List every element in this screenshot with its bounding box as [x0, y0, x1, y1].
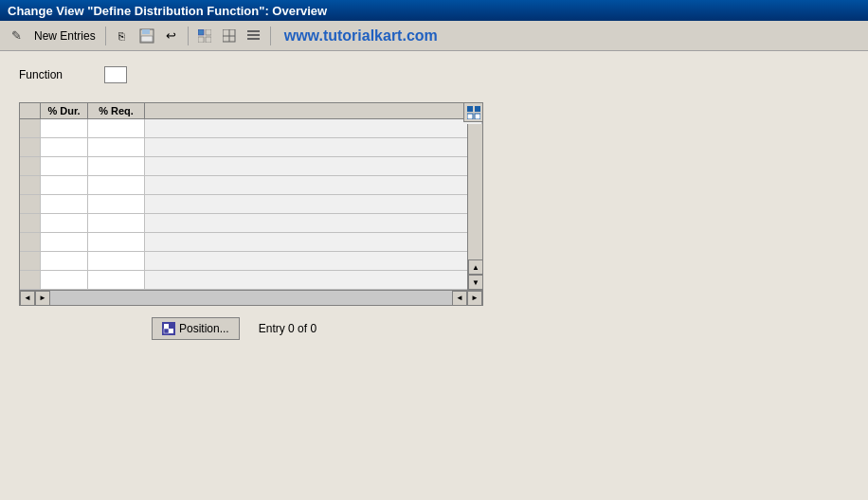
- scroll-track-vertical: [468, 124, 482, 259]
- table-config-icon[interactable]: [463, 103, 482, 122]
- svg-rect-4: [206, 29, 211, 35]
- row-cell-rest: [145, 271, 482, 289]
- row-cell-req[interactable]: [88, 233, 145, 251]
- row-selector[interactable]: [20, 157, 41, 175]
- row-selector[interactable]: [20, 138, 41, 156]
- row-selector[interactable]: [20, 176, 41, 194]
- main-content: Function % Dur. % Req.: [0, 51, 868, 500]
- save-icon: [139, 28, 154, 44]
- scroll-right-end-btn[interactable]: ►: [467, 291, 482, 306]
- data-table: % Dur. % Req.: [19, 102, 483, 306]
- scroll-left-btn[interactable]: ◄: [20, 291, 35, 306]
- new-entries-label: New Entries: [34, 29, 96, 43]
- row-cell-req[interactable]: [88, 214, 145, 232]
- row-cell-rest: [145, 195, 482, 213]
- function-input[interactable]: [104, 66, 127, 83]
- column-header-rest: [145, 103, 482, 118]
- svg-rect-3: [198, 29, 204, 35]
- watermark-text: www.tutorialkart.com: [284, 27, 438, 45]
- row-cell-dur[interactable]: [41, 157, 88, 175]
- row-cell-dur[interactable]: [41, 271, 88, 289]
- position-button-label: Position...: [179, 322, 229, 335]
- row-cell-dur[interactable]: [41, 176, 88, 194]
- row-selector[interactable]: [20, 195, 41, 213]
- row-cell-dur[interactable]: [41, 233, 88, 251]
- row-cell-req[interactable]: [88, 176, 145, 194]
- scroll-down-btn[interactable]: ▼: [468, 275, 483, 290]
- table-row: [20, 176, 482, 195]
- column-header-dur: % Dur.: [41, 103, 88, 118]
- grid1-icon: [198, 29, 211, 43]
- row-selector[interactable]: [20, 119, 41, 137]
- svg-rect-14: [475, 106, 480, 112]
- row-cell-req[interactable]: [88, 271, 145, 289]
- position-button[interactable]: Position...: [152, 317, 240, 340]
- svg-rect-20: [164, 329, 169, 333]
- svg-rect-13: [467, 106, 473, 112]
- toolbar-separator-2: [188, 27, 189, 45]
- scroll-track-horizontal: [50, 291, 452, 305]
- row-cell-rest: [145, 138, 482, 156]
- row-cell-req[interactable]: [88, 195, 145, 213]
- table-row: [20, 252, 482, 271]
- svg-rect-10: [247, 30, 260, 32]
- row-selector[interactable]: [20, 252, 41, 270]
- svg-rect-11: [247, 34, 260, 36]
- table-header: % Dur. % Req.: [20, 103, 482, 119]
- toolbar-grid2-btn[interactable]: [219, 26, 240, 46]
- new-entries-button[interactable]: New Entries: [30, 27, 99, 45]
- title-text: Change View "Define Distribution Functio…: [8, 4, 327, 18]
- table-row: [20, 195, 482, 214]
- toolbar-grid3-btn[interactable]: [244, 26, 264, 46]
- svg-rect-18: [164, 324, 169, 329]
- column-header-req: % Req.: [88, 103, 145, 118]
- row-cell-req[interactable]: [88, 119, 145, 137]
- bottom-bar: Position... Entry 0 of 0: [152, 317, 849, 340]
- scroll-left-end-btn[interactable]: ◄: [452, 291, 467, 306]
- row-cell-rest: [145, 214, 482, 232]
- row-cell-dur[interactable]: [41, 119, 88, 137]
- grid2-icon: [223, 29, 236, 43]
- title-bar: Change View "Define Distribution Functio…: [0, 0, 868, 21]
- svg-rect-6: [206, 37, 211, 43]
- vertical-scrollbar[interactable]: ▲ ▼: [467, 124, 482, 290]
- toolbar-undo-btn[interactable]: ↩: [161, 26, 182, 46]
- table-row: [20, 119, 482, 138]
- toolbar-separator-1: [105, 27, 106, 45]
- function-label: Function: [19, 68, 95, 81]
- row-selector[interactable]: [20, 214, 41, 232]
- scroll-up-btn[interactable]: ▲: [468, 259, 483, 275]
- row-selector[interactable]: [20, 233, 41, 251]
- svg-rect-1: [142, 29, 150, 34]
- svg-rect-15: [467, 114, 473, 119]
- toolbar-icon-edit[interactable]: ✎: [6, 26, 27, 46]
- scroll-right-btn-inner[interactable]: ►: [35, 291, 50, 306]
- row-cell-rest: [145, 176, 482, 194]
- row-cell-rest: [145, 233, 482, 251]
- horizontal-scrollbar[interactable]: ◄ ► ◄ ►: [20, 290, 482, 305]
- svg-rect-16: [475, 114, 480, 119]
- row-cell-dur[interactable]: [41, 214, 88, 232]
- row-cell-dur[interactable]: [41, 252, 88, 270]
- row-selector[interactable]: [20, 271, 41, 289]
- row-cell-req[interactable]: [88, 252, 145, 270]
- table-body: [20, 119, 482, 290]
- toolbar: ✎ New Entries ⎘ ↩: [0, 21, 868, 51]
- svg-rect-19: [169, 329, 173, 333]
- table-row: [20, 157, 482, 176]
- toolbar-separator-3: [270, 27, 271, 45]
- grid3-icon: [247, 29, 261, 43]
- function-row: Function: [19, 66, 849, 83]
- row-cell-req[interactable]: [88, 138, 145, 156]
- toolbar-copy-btn[interactable]: ⎘: [112, 26, 133, 46]
- svg-rect-2: [141, 36, 153, 42]
- toolbar-grid1-btn[interactable]: [194, 26, 215, 46]
- table-corner: [20, 103, 41, 118]
- row-cell-dur[interactable]: [41, 195, 88, 213]
- row-cell-rest: [145, 119, 482, 137]
- row-cell-req[interactable]: [88, 157, 145, 175]
- row-cell-dur[interactable]: [41, 138, 88, 156]
- row-cell-rest: [145, 157, 482, 175]
- table-row: [20, 138, 482, 157]
- toolbar-save-btn[interactable]: [136, 26, 157, 46]
